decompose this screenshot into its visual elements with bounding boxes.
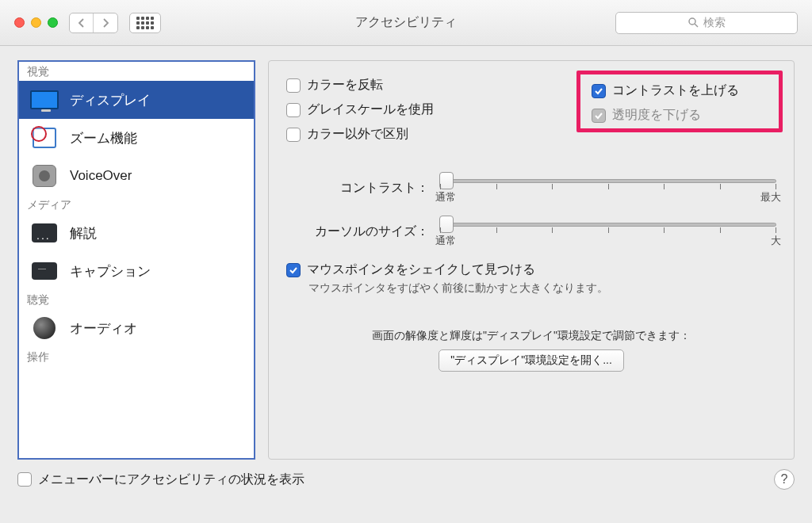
checkbox-label: メニューバーにアクセシビリティの状況を表示: [38, 471, 304, 488]
checkbox-label: コントラストを上げる: [612, 82, 739, 99]
sidebar-item-label: ディスプレイ: [70, 91, 151, 109]
highlight-annotation: コントラストを上げる 透明度を下げる: [576, 71, 783, 132]
voiceover-icon: [30, 165, 59, 187]
slider-min-label: 通常: [435, 190, 456, 204]
nav-back-forward: [69, 13, 118, 33]
checkbox-label: カラー以外で区別: [307, 126, 408, 143]
checkbox-icon: [592, 84, 606, 98]
sidebar-item-zoom[interactable]: ズーム機能: [19, 119, 254, 157]
search-field[interactable]: 検索: [615, 12, 798, 34]
sidebar-item-label: 解説: [70, 224, 97, 242]
main-panel: カラーを反転 グレイスケールを使用 カラー以外で区別 コントラストを上げる: [268, 60, 795, 460]
checkbox-differentiate-without-color[interactable]: カラー以外で区別: [286, 126, 434, 143]
checkbox-icon: [592, 109, 606, 123]
checkbox-increase-contrast[interactable]: コントラストを上げる: [592, 82, 768, 99]
zoom-window-icon[interactable]: [48, 17, 58, 28]
slider-min-label: 通常: [435, 234, 456, 248]
checkbox-icon: [286, 103, 301, 117]
sidebar-section-hearing: 聴覚: [19, 290, 254, 309]
minimize-icon[interactable]: [31, 17, 41, 28]
help-button[interactable]: ?: [774, 469, 795, 490]
checkbox-show-in-menubar[interactable]: メニューバーにアクセシビリティの状況を表示: [17, 471, 304, 488]
sidebar-item-display[interactable]: ディスプレイ: [19, 81, 254, 119]
cursor-size-label: カーソルのサイズ：: [286, 223, 429, 240]
checkbox-icon: [286, 263, 301, 277]
svg-point-0: [689, 18, 695, 25]
sidebar-section-media: メディア: [19, 195, 254, 214]
descriptions-icon: [30, 222, 59, 244]
sidebar: 視覚 ディスプレイ ズーム機能 VoiceOver メディア 解説 キャプション…: [17, 60, 255, 460]
shake-subtitle: マウスポインタをすばやく前後に動かすと大きくなります。: [308, 281, 776, 296]
svg-line-1: [695, 24, 698, 27]
grid-icon: [136, 17, 154, 29]
display-icon: [30, 89, 59, 111]
search-placeholder: 検索: [703, 16, 726, 30]
slider-max-label: 大: [771, 234, 781, 248]
zoom-icon: [30, 127, 59, 149]
open-display-prefs-button[interactable]: "ディスプレイ"環境設定を開く...: [439, 349, 624, 372]
checkbox-icon: [17, 472, 32, 487]
sidebar-item-label: VoiceOver: [70, 168, 132, 184]
sidebar-item-voiceover[interactable]: VoiceOver: [19, 157, 254, 195]
window-title: アクセシビリティ: [355, 14, 457, 31]
checkbox-label: 透明度を下げる: [612, 107, 701, 124]
footer: メニューバーにアクセシビリティの状況を表示 ?: [0, 469, 812, 490]
checkbox-shake-to-locate[interactable]: マウスポインタをシェイクして見つける: [286, 262, 776, 278]
sidebar-section-visual: 視覚: [19, 62, 254, 81]
sidebar-item-label: キャプション: [70, 262, 151, 281]
sidebar-item-descriptions[interactable]: 解説: [19, 214, 254, 252]
checkbox-icon: [286, 78, 301, 93]
sidebar-item-label: ズーム機能: [70, 129, 137, 147]
titlebar: アクセシビリティ 検索: [0, 0, 812, 46]
sidebar-item-label: オーディオ: [70, 319, 137, 338]
help-icon: ?: [781, 472, 788, 487]
checkbox-label: グレイスケールを使用: [307, 101, 434, 118]
search-icon: [688, 17, 699, 28]
button-label: "ディスプレイ"環境設定を開く...: [450, 353, 612, 366]
sidebar-item-audio[interactable]: オーディオ: [19, 309, 254, 347]
window-controls: [14, 17, 58, 28]
slider-max-label: 最大: [760, 190, 781, 204]
checkbox-label: カラーを反転: [307, 77, 383, 94]
checkbox-label: マウスポインタをシェイクして見つける: [307, 262, 535, 278]
contrast-slider[interactable]: 通常 最大: [440, 179, 776, 197]
close-icon[interactable]: [14, 17, 25, 28]
show-all-button[interactable]: [129, 13, 161, 33]
display-hint: 画面の解像度と輝度は"ディスプレイ"環境設定で調節できます：: [286, 329, 776, 343]
checkbox-invert-colors[interactable]: カラーを反転: [286, 77, 434, 94]
sidebar-section-interaction: 操作: [19, 347, 254, 366]
contrast-label: コントラスト：: [286, 180, 429, 197]
audio-icon: [30, 317, 59, 339]
back-button[interactable]: [70, 13, 94, 32]
checkbox-reduce-transparency[interactable]: 透明度を下げる: [592, 107, 768, 124]
cursor-size-slider[interactable]: 通常 大: [440, 223, 776, 241]
checkbox-use-grayscale[interactable]: グレイスケールを使用: [286, 101, 434, 118]
captions-icon: [30, 260, 59, 282]
sidebar-item-captions[interactable]: キャプション: [19, 252, 254, 290]
checkbox-icon: [286, 128, 301, 142]
forward-button[interactable]: [94, 13, 117, 32]
